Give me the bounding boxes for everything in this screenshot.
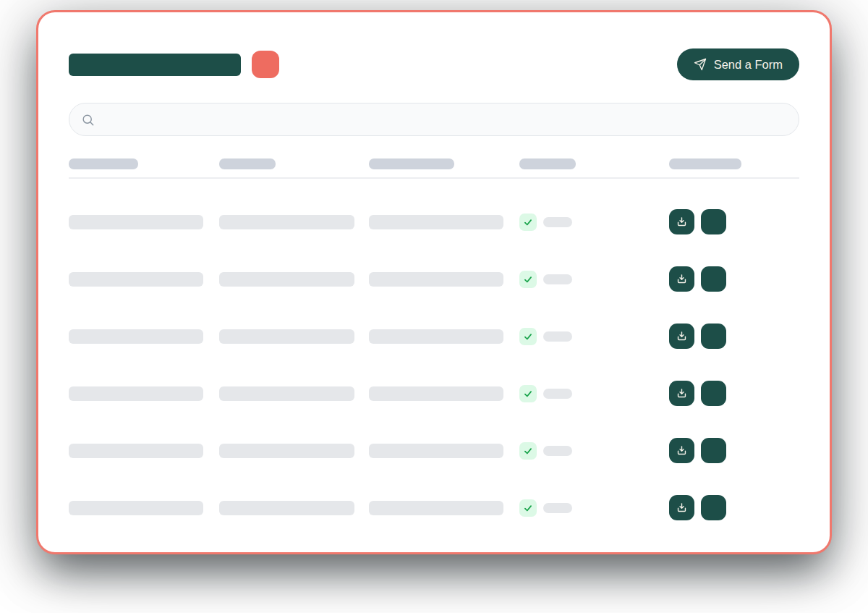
status-cell bbox=[519, 385, 669, 402]
row-actions bbox=[669, 381, 804, 406]
page-title-skeleton bbox=[69, 54, 241, 76]
status-text-skeleton bbox=[543, 446, 572, 456]
table-row bbox=[69, 365, 799, 422]
table-row bbox=[69, 422, 799, 479]
cell-skeleton bbox=[369, 501, 503, 515]
download-icon bbox=[676, 216, 688, 228]
check-icon bbox=[523, 274, 533, 284]
action-button-placeholder[interactable] bbox=[701, 438, 726, 463]
cell-skeleton bbox=[69, 501, 203, 515]
download-button[interactable] bbox=[669, 381, 694, 406]
cell-skeleton bbox=[369, 444, 503, 458]
cell-skeleton bbox=[219, 272, 354, 287]
check-icon bbox=[523, 503, 533, 513]
column-header-skeleton bbox=[519, 158, 576, 169]
status-text-skeleton bbox=[543, 389, 572, 399]
download-icon bbox=[676, 387, 688, 399]
check-icon bbox=[523, 446, 533, 456]
status-success-badge bbox=[519, 499, 537, 517]
check-icon bbox=[523, 389, 533, 399]
accent-square-placeholder bbox=[252, 51, 279, 78]
table-row bbox=[69, 250, 799, 308]
table-body bbox=[69, 179, 799, 536]
status-cell bbox=[519, 328, 669, 345]
cell-skeleton bbox=[69, 386, 203, 401]
forms-dashboard-card: Send a Form bbox=[36, 10, 832, 554]
status-cell bbox=[519, 271, 669, 288]
cell-skeleton bbox=[69, 215, 203, 229]
search-bar[interactable] bbox=[69, 103, 799, 136]
action-button-placeholder[interactable] bbox=[701, 266, 726, 292]
download-button[interactable] bbox=[669, 438, 694, 463]
search-icon bbox=[81, 113, 95, 127]
action-button-placeholder[interactable] bbox=[701, 495, 726, 520]
check-icon bbox=[523, 331, 533, 342]
cell-skeleton bbox=[219, 329, 354, 344]
page-header: Send a Form bbox=[69, 48, 799, 80]
send-button-label: Send a Form bbox=[714, 58, 783, 72]
send-icon bbox=[694, 58, 707, 71]
search-input[interactable] bbox=[102, 103, 787, 135]
send-a-form-button[interactable]: Send a Form bbox=[677, 48, 799, 80]
download-button[interactable] bbox=[669, 266, 694, 292]
action-button-placeholder[interactable] bbox=[701, 324, 726, 349]
download-icon bbox=[676, 502, 688, 514]
column-header-skeleton bbox=[69, 158, 138, 169]
status-text-skeleton bbox=[543, 274, 572, 284]
cell-skeleton bbox=[369, 386, 503, 401]
download-button[interactable] bbox=[669, 324, 694, 349]
cell-skeleton bbox=[69, 329, 203, 344]
download-icon bbox=[676, 273, 688, 285]
row-actions bbox=[669, 209, 804, 234]
status-text-skeleton bbox=[543, 217, 572, 227]
column-header-skeleton bbox=[669, 158, 741, 169]
row-actions bbox=[669, 324, 804, 349]
status-text-skeleton bbox=[543, 503, 572, 513]
row-actions bbox=[669, 495, 804, 520]
status-success-badge bbox=[519, 385, 537, 402]
status-success-badge bbox=[519, 271, 537, 288]
status-cell bbox=[519, 442, 669, 460]
status-cell bbox=[519, 499, 669, 517]
column-header-skeleton bbox=[219, 158, 276, 169]
action-button-placeholder[interactable] bbox=[701, 209, 726, 234]
download-icon bbox=[676, 330, 688, 342]
table-row bbox=[69, 308, 799, 365]
table-row bbox=[69, 193, 799, 250]
cell-skeleton bbox=[369, 329, 503, 344]
check-icon bbox=[523, 217, 533, 227]
status-success-badge bbox=[519, 214, 537, 231]
row-actions bbox=[669, 266, 804, 292]
cell-skeleton bbox=[69, 444, 203, 458]
cell-skeleton bbox=[369, 272, 503, 287]
cell-skeleton bbox=[219, 386, 354, 401]
cell-skeleton bbox=[369, 215, 503, 229]
row-actions bbox=[669, 438, 804, 463]
download-icon bbox=[676, 444, 688, 457]
cell-skeleton bbox=[219, 501, 354, 515]
cell-skeleton bbox=[69, 272, 203, 287]
status-text-skeleton bbox=[543, 331, 572, 342]
action-button-placeholder[interactable] bbox=[701, 381, 726, 406]
status-success-badge bbox=[519, 442, 537, 460]
cell-skeleton bbox=[219, 215, 354, 229]
table-row bbox=[69, 479, 799, 536]
column-header-skeleton bbox=[369, 158, 454, 169]
table-header-row bbox=[69, 158, 799, 169]
status-success-badge bbox=[519, 328, 537, 345]
download-button[interactable] bbox=[669, 495, 694, 520]
cell-skeleton bbox=[219, 444, 354, 458]
status-cell bbox=[519, 214, 669, 231]
download-button[interactable] bbox=[669, 209, 694, 234]
